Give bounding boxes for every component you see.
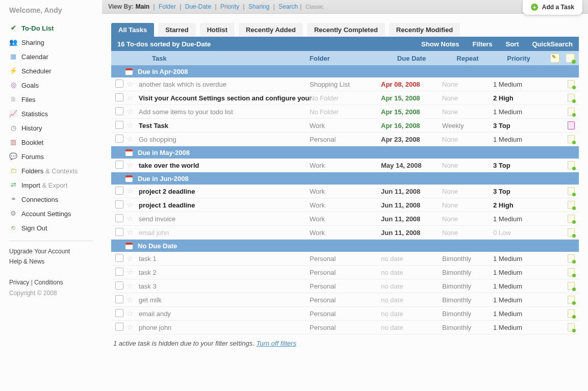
task-checkbox[interactable] — [115, 80, 123, 88]
star-icon[interactable]: ☆ — [126, 254, 133, 263]
star-icon[interactable]: ☆ — [126, 187, 133, 195]
tool-filters[interactable]: Filters — [472, 40, 492, 48]
task-row[interactable]: ☆email johnWorkJun 11, 2008None0 Low — [111, 226, 579, 240]
note-icon[interactable] — [568, 201, 575, 209]
star-icon[interactable]: ☆ — [126, 161, 133, 169]
note-icon[interactable] — [568, 108, 575, 116]
task-row[interactable]: ☆task 1Personalno dateBimonthly1 Medium — [111, 252, 579, 266]
task-checkbox[interactable] — [115, 161, 123, 169]
add-note-icon[interactable] — [566, 54, 575, 63]
task-checkbox[interactable] — [115, 228, 123, 236]
view-folder[interactable]: Folder — [157, 3, 178, 10]
view-priority[interactable]: Priority — [219, 3, 241, 10]
star-icon[interactable]: ☆ — [126, 93, 133, 102]
upgrade-link[interactable]: Upgrade Your Account — [9, 248, 70, 255]
task-checkbox[interactable] — [115, 309, 123, 317]
help-link[interactable]: Help & News — [9, 258, 44, 265]
note-icon[interactable] — [568, 94, 575, 102]
tool-show-notes[interactable]: Show Notes — [421, 40, 459, 48]
tool-sort[interactable]: Sort — [506, 40, 519, 48]
task-row[interactable]: ☆project 2 deadlineWorkJun 11, 2008None3… — [111, 185, 579, 198]
star-icon[interactable]: ☆ — [126, 80, 133, 88]
note-icon[interactable] — [568, 323, 575, 331]
task-row[interactable]: ☆take over the worldWorkMay 14, 2008None… — [111, 159, 579, 172]
column-priority[interactable]: Priority — [493, 55, 544, 62]
task-row[interactable]: ☆get milkPersonalno dateBimonthly1 Mediu… — [111, 293, 579, 307]
tool-quicksearch[interactable]: QuickSearch — [532, 40, 573, 48]
note-icon[interactable] — [568, 161, 575, 169]
privacy-link[interactable]: Privacy — [9, 279, 29, 286]
star-icon[interactable]: ☆ — [126, 268, 133, 276]
task-row[interactable]: ☆another task which is overdueShopping L… — [111, 77, 579, 91]
task-row[interactable]: ☆task 2Personalno dateBimonthly1 Medium — [111, 266, 579, 279]
sidebar-item-import[interactable]: ⇄Import & Export — [0, 178, 102, 193]
note-icon[interactable] — [568, 282, 575, 290]
task-checkbox[interactable] — [115, 268, 123, 276]
note-icon[interactable] — [568, 228, 575, 237]
task-checkbox[interactable] — [115, 254, 123, 262]
task-row[interactable]: ☆Go shoppingPersonalApr 23, 2008None1 Me… — [111, 133, 579, 146]
task-checkbox[interactable] — [115, 323, 123, 331]
column-task[interactable]: Task — [138, 55, 310, 62]
task-checkbox[interactable] — [115, 187, 123, 195]
note-icon[interactable] — [568, 121, 575, 129]
view-due-date[interactable]: Due-Date — [183, 3, 213, 10]
task-row[interactable]: ☆Test TaskWorkApr 16, 2008Weekly3 Top — [111, 119, 579, 133]
tab-all-tasks[interactable]: All Tasks — [111, 23, 154, 37]
tab-recently-completed[interactable]: Recently Completed — [307, 23, 385, 37]
sidebar-item-files[interactable]: 🗎Files — [0, 93, 102, 107]
task-row[interactable]: ☆project 1 deadlineWorkJun 11, 2008None2… — [111, 198, 579, 212]
add-task-button[interactable]: + Add a Task — [522, 0, 583, 15]
sidebar-item-goals[interactable]: ◎Goals — [0, 79, 102, 93]
tab-hotlist[interactable]: Hotlist — [200, 23, 235, 37]
star-icon[interactable]: ☆ — [126, 309, 133, 318]
view-main[interactable]: Main — [136, 3, 151, 10]
task-checkbox[interactable] — [115, 214, 123, 222]
note-icon[interactable] — [568, 187, 575, 195]
star-icon[interactable]: ☆ — [126, 121, 133, 129]
conditions-link[interactable]: Conditions — [34, 279, 63, 286]
task-row[interactable]: ☆phone johnPersonalno dateBimonthly1 Med… — [111, 321, 579, 334]
task-checkbox[interactable] — [115, 107, 123, 115]
view-sharing[interactable]: Sharing — [247, 3, 271, 10]
note-icon[interactable] — [568, 309, 575, 318]
sidebar-item-connections[interactable]: ⚭Connections — [0, 193, 102, 207]
note-icon[interactable] — [568, 215, 575, 223]
sidebar-item-sign-out[interactable]: ⎋Sign Out — [0, 221, 102, 236]
sidebar-item-statistics[interactable]: 📈Statistics — [0, 107, 102, 121]
task-checkbox[interactable] — [115, 135, 123, 143]
task-row[interactable]: ☆Visit your Account Settings section and… — [111, 91, 579, 105]
task-checkbox[interactable] — [115, 121, 123, 129]
star-icon[interactable]: ☆ — [126, 228, 133, 237]
sidebar-item-scheduler[interactable]: ⚡Scheduler — [0, 64, 102, 79]
sidebar-item-calendar[interactable]: ▦Calendar — [0, 50, 102, 64]
task-row[interactable]: ☆Add some items to your todo listNo Fold… — [111, 105, 579, 119]
star-icon[interactable]: ☆ — [126, 214, 133, 223]
turn-off-filters-link[interactable]: Turn off filters — [256, 340, 296, 347]
column-due[interactable]: Due Date — [381, 55, 442, 62]
star-icon[interactable]: ☆ — [126, 323, 133, 331]
star-icon[interactable]: ☆ — [126, 135, 133, 143]
note-icon[interactable] — [568, 268, 575, 276]
note-icon[interactable] — [568, 135, 575, 143]
view-search[interactable]: Search — [277, 3, 298, 10]
sidebar-item-forums[interactable]: 💬Forums — [0, 150, 102, 164]
edit-columns-icon[interactable] — [550, 54, 559, 63]
task-checkbox[interactable] — [115, 93, 123, 101]
task-row[interactable]: ☆send invoiceWorkJun 11, 2008None1 Mediu… — [111, 212, 579, 226]
task-row[interactable]: ☆task 3Personalno dateBimonthly1 Medium — [111, 279, 579, 293]
star-icon[interactable]: ☆ — [126, 295, 133, 304]
task-checkbox[interactable] — [115, 295, 123, 303]
tab-recently-modified[interactable]: Recently Modified — [389, 23, 460, 37]
sidebar-item-folders[interactable]: 🗀Folders & Contexts — [0, 164, 102, 178]
task-checkbox[interactable] — [115, 281, 123, 290]
task-row[interactable]: ☆email andyPersonalno dateBimonthly1 Med… — [111, 307, 579, 321]
note-icon[interactable] — [568, 296, 575, 304]
star-icon[interactable]: ☆ — [126, 107, 133, 116]
note-icon[interactable] — [568, 254, 575, 263]
sidebar-item-account-settings[interactable]: ⚙Account Settings — [0, 207, 102, 221]
sidebar-item-sharing[interactable]: 👥Sharing — [0, 36, 102, 50]
column-folder[interactable]: Folder — [310, 55, 381, 62]
view-classic-link[interactable]: Classic — [305, 4, 323, 10]
sidebar-item-to-do-list[interactable]: ✔To-Do List — [0, 21, 102, 36]
